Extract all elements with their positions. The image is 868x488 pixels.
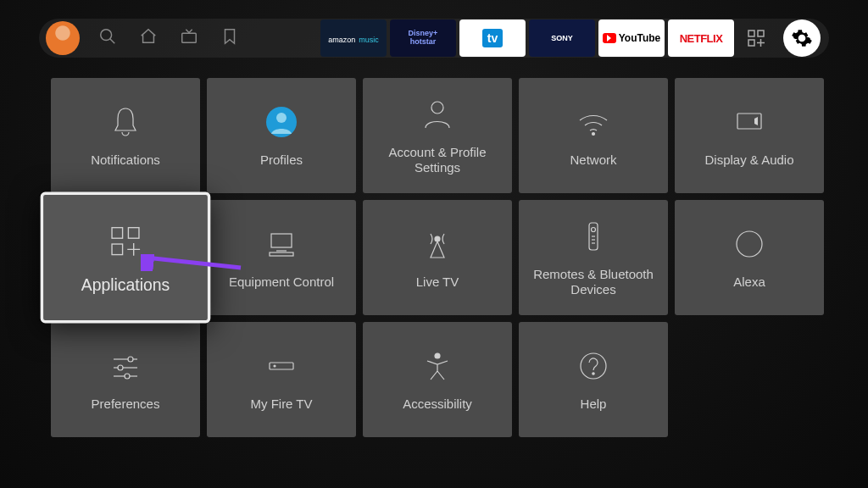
svg-rect-15 xyxy=(112,244,123,255)
svg-point-35 xyxy=(274,365,275,367)
settings-grid: Notifications Profiles Account & Profile… xyxy=(51,78,817,437)
tile-account-profile-settings[interactable]: Account & Profile Settings xyxy=(363,78,512,193)
app-youtube[interactable]: YouTube xyxy=(598,19,665,57)
svg-rect-18 xyxy=(271,234,292,247)
top-navigation-bar: amazon music Disney+ hotstar tv SONY You… xyxy=(39,19,829,58)
equipment-icon xyxy=(263,225,300,263)
youtube-play-icon xyxy=(603,33,616,43)
app-sonyliv-label: tv xyxy=(482,29,503,47)
svg-rect-20 xyxy=(270,252,293,256)
bookmark-icon[interactable] xyxy=(220,27,239,49)
app-sony[interactable]: SONY xyxy=(529,19,595,57)
svg-rect-2 xyxy=(182,33,197,42)
tile-label: Display & Audio xyxy=(694,152,804,168)
tile-alexa[interactable]: Alexa xyxy=(675,200,824,315)
app-sony-label: SONY xyxy=(551,34,573,42)
svg-point-23 xyxy=(592,228,596,232)
live-icon[interactable] xyxy=(180,27,198,49)
app-disney-hotstar[interactable]: Disney+ hotstar xyxy=(390,19,456,57)
person-icon xyxy=(419,96,456,133)
tile-preferences[interactable]: Preferences xyxy=(51,322,200,437)
svg-rect-5 xyxy=(748,40,754,46)
apps-row: amazon music Disney+ hotstar tv SONY You… xyxy=(320,19,821,57)
tile-label: Applications xyxy=(70,275,181,295)
svg-point-33 xyxy=(125,374,130,379)
app-netflix[interactable]: NETFLIX xyxy=(668,19,734,57)
help-icon xyxy=(575,347,612,385)
tile-remotes-bluetooth[interactable]: Remotes & Bluetooth Devices xyxy=(519,200,668,315)
firetv-box-icon xyxy=(263,347,300,385)
app-amazon-music-label1: amazon xyxy=(328,36,355,44)
home-icon[interactable] xyxy=(139,27,158,49)
remote-icon xyxy=(575,218,612,255)
tile-network[interactable]: Network xyxy=(519,78,668,193)
svg-point-0 xyxy=(101,30,112,41)
app-netflix-label: NETFLIX xyxy=(680,32,723,45)
tile-label: Remotes & Bluetooth Devices xyxy=(519,267,668,297)
tile-help[interactable]: Help xyxy=(519,322,668,437)
profile-avatar[interactable] xyxy=(46,21,80,55)
display-audio-icon xyxy=(731,103,768,141)
svg-point-11 xyxy=(593,133,595,136)
svg-point-31 xyxy=(118,365,123,370)
nav-icons-group xyxy=(98,27,239,49)
alexa-icon xyxy=(731,225,768,263)
svg-rect-3 xyxy=(748,30,754,36)
tile-equipment-control[interactable]: Equipment Control xyxy=(207,200,356,315)
tile-label: Network xyxy=(559,152,626,168)
tile-notifications[interactable]: Notifications xyxy=(51,78,200,193)
tile-label: Live TV xyxy=(406,274,470,290)
apps-grid-shortcut[interactable] xyxy=(737,19,775,57)
tile-label: Help xyxy=(570,396,617,412)
app-amazon-music-label2: music xyxy=(359,36,379,44)
svg-point-36 xyxy=(435,353,440,358)
tile-live-tv[interactable]: Live TV xyxy=(363,200,512,315)
tile-label: Alexa xyxy=(723,274,776,290)
tile-label: Accessibility xyxy=(392,396,482,412)
app-sony-liv-tv[interactable]: tv xyxy=(459,19,526,57)
profile-icon xyxy=(263,103,300,141)
tile-label: Notifications xyxy=(81,152,170,168)
svg-point-9 xyxy=(276,113,287,123)
tile-display-audio[interactable]: Display & Audio xyxy=(675,78,824,193)
apps-icon xyxy=(104,219,147,262)
accessibility-icon xyxy=(419,347,456,385)
tile-label: My Fire TV xyxy=(240,396,322,412)
antenna-icon xyxy=(419,225,456,263)
tile-profiles[interactable]: Profiles xyxy=(207,78,356,193)
settings-button[interactable] xyxy=(783,19,821,57)
tile-label: Account & Profile Settings xyxy=(363,145,512,175)
bell-icon xyxy=(107,103,144,141)
gear-icon xyxy=(791,27,813,49)
sliders-icon xyxy=(107,347,144,385)
tile-my-fire-tv[interactable]: My Fire TV xyxy=(207,322,356,437)
tile-applications[interactable]: Applications xyxy=(41,191,211,323)
svg-rect-4 xyxy=(758,30,764,36)
tile-accessibility[interactable]: Accessibility xyxy=(363,322,512,437)
app-hotstar-label2: hotstar xyxy=(409,38,438,47)
app-amazon-music[interactable]: amazon music xyxy=(320,19,387,57)
svg-rect-14 xyxy=(128,227,139,238)
svg-point-38 xyxy=(593,373,594,374)
wifi-icon xyxy=(575,103,612,141)
svg-rect-34 xyxy=(270,363,293,369)
app-youtube-label: YouTube xyxy=(619,32,661,44)
svg-point-10 xyxy=(431,102,443,114)
svg-line-1 xyxy=(110,39,115,44)
svg-point-29 xyxy=(128,357,133,362)
svg-point-27 xyxy=(737,231,762,257)
tile-label: Equipment Control xyxy=(219,274,344,290)
search-icon[interactable] xyxy=(98,27,117,49)
svg-rect-13 xyxy=(112,227,123,238)
tile-label: Profiles xyxy=(250,152,313,168)
tile-label: Preferences xyxy=(81,396,170,412)
